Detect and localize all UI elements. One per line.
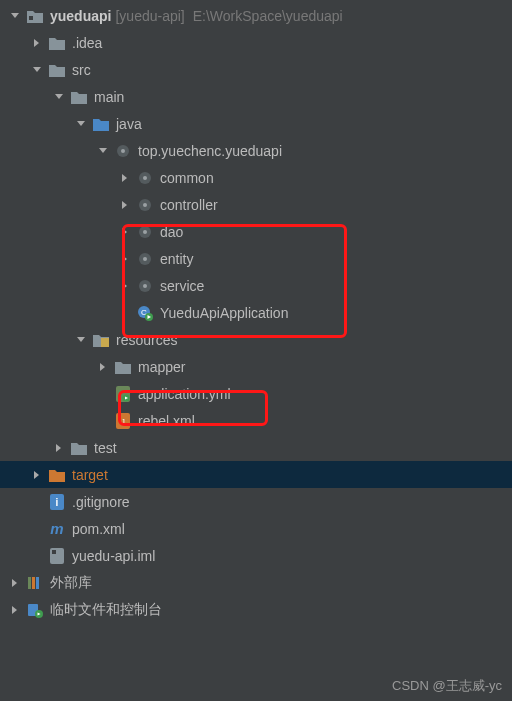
chevron-right-icon[interactable] bbox=[96, 360, 110, 374]
tree-row-service[interactable]: service bbox=[0, 272, 512, 299]
tree-row-iml[interactable]: yuedu-api.iml bbox=[0, 542, 512, 569]
tree-label: .gitignore bbox=[72, 494, 130, 510]
folder-icon bbox=[114, 358, 132, 376]
tree-label: application.yml bbox=[138, 386, 231, 402]
chevron-down-icon[interactable] bbox=[30, 63, 44, 77]
tree-row-app[interactable]: CYueduApiApplication bbox=[0, 299, 512, 326]
tree-bracket: [yuedu-api] bbox=[115, 8, 184, 24]
folder-target-icon bbox=[48, 466, 66, 484]
tree-label: resources bbox=[116, 332, 177, 348]
tree-row-target[interactable]: target bbox=[0, 461, 512, 488]
tree-row-pom[interactable]: mpom.xml bbox=[0, 515, 512, 542]
chevron-right-icon[interactable] bbox=[8, 603, 22, 617]
folder-root-icon bbox=[26, 7, 44, 25]
tree-label: java bbox=[116, 116, 142, 132]
svg-rect-24 bbox=[52, 550, 56, 554]
library-icon bbox=[26, 574, 44, 592]
tree-row-mapper[interactable]: mapper bbox=[0, 353, 512, 380]
chevron-right-icon[interactable] bbox=[118, 252, 132, 266]
tree-row-java[interactable]: java bbox=[0, 110, 512, 137]
svg-point-2 bbox=[121, 149, 125, 153]
tree-label: target bbox=[72, 467, 108, 483]
tree-row-gitignore[interactable]: i.gitignore bbox=[0, 488, 512, 515]
chevron-right-icon[interactable] bbox=[118, 225, 132, 239]
iml-icon bbox=[48, 547, 66, 565]
package-icon bbox=[136, 223, 154, 241]
svg-point-6 bbox=[143, 203, 147, 207]
tree-row-resources[interactable]: resources bbox=[0, 326, 512, 353]
svg-point-10 bbox=[143, 257, 147, 261]
tree-row-common[interactable]: common bbox=[0, 164, 512, 191]
tree-row-scratch[interactable]: 临时文件和控制台 bbox=[0, 596, 512, 623]
svg-point-8 bbox=[143, 230, 147, 234]
tree-label: yueduapi bbox=[50, 8, 111, 24]
yml-icon bbox=[114, 385, 132, 403]
svg-text:m: m bbox=[50, 521, 63, 537]
tree-row-root[interactable]: yueduapi[yuedu-api]E:\WorkSpace\yueduapi bbox=[0, 2, 512, 29]
folder-icon bbox=[48, 34, 66, 52]
tree-label: service bbox=[160, 278, 204, 294]
chevron-right-icon[interactable] bbox=[118, 279, 132, 293]
folder-resources-icon bbox=[92, 331, 110, 349]
svg-rect-27 bbox=[36, 577, 39, 589]
chevron-down-icon[interactable] bbox=[8, 9, 22, 23]
chevron-right-icon[interactable] bbox=[8, 576, 22, 590]
tree-row-idea[interactable]: .idea bbox=[0, 29, 512, 56]
watermark: CSDN @王志威-yc bbox=[392, 677, 502, 695]
scratch-icon bbox=[26, 601, 44, 619]
tree-row-appyml[interactable]: application.yml bbox=[0, 380, 512, 407]
package-icon bbox=[136, 250, 154, 268]
tree-row-controller[interactable]: controller bbox=[0, 191, 512, 218]
tree-label: dao bbox=[160, 224, 183, 240]
gitignore-icon: i bbox=[48, 493, 66, 511]
tree-row-main[interactable]: main bbox=[0, 83, 512, 110]
tree-label: YueduApiApplication bbox=[160, 305, 288, 321]
tree-label: src bbox=[72, 62, 91, 78]
tree-row-pkg[interactable]: top.yuechenc.yueduapi bbox=[0, 137, 512, 164]
chevron-right-icon[interactable] bbox=[30, 36, 44, 50]
svg-point-4 bbox=[143, 176, 147, 180]
tree-label: top.yuechenc.yueduapi bbox=[138, 143, 282, 159]
chevron-right-icon[interactable] bbox=[118, 171, 132, 185]
svg-point-12 bbox=[143, 284, 147, 288]
chevron-down-icon[interactable] bbox=[52, 90, 66, 104]
tree-label: yuedu-api.iml bbox=[72, 548, 155, 564]
folder-icon bbox=[48, 61, 66, 79]
tree-row-src[interactable]: src bbox=[0, 56, 512, 83]
folder-icon bbox=[70, 88, 88, 106]
tree-label: main bbox=[94, 89, 124, 105]
package-icon bbox=[114, 142, 132, 160]
tree-row-entity[interactable]: entity bbox=[0, 245, 512, 272]
tree-label: rebel.xml bbox=[138, 413, 195, 429]
chevron-down-icon[interactable] bbox=[74, 117, 88, 131]
folder-source-icon bbox=[92, 115, 110, 133]
project-tree[interactable]: yueduapi[yuedu-api]E:\WorkSpace\yueduapi… bbox=[0, 0, 512, 623]
svg-rect-25 bbox=[28, 577, 31, 589]
svg-text:J: J bbox=[121, 418, 125, 425]
tree-row-test[interactable]: test bbox=[0, 434, 512, 461]
class-run-icon: C bbox=[136, 304, 154, 322]
tree-label: test bbox=[94, 440, 117, 456]
tree-label: 临时文件和控制台 bbox=[50, 601, 162, 619]
xml-icon: J bbox=[114, 412, 132, 430]
chevron-right-icon[interactable] bbox=[30, 468, 44, 482]
chevron-right-icon[interactable] bbox=[52, 441, 66, 455]
chevron-down-icon[interactable] bbox=[74, 333, 88, 347]
tree-label: .idea bbox=[72, 35, 102, 51]
tree-label: entity bbox=[160, 251, 193, 267]
chevron-down-icon[interactable] bbox=[96, 144, 110, 158]
tree-label: mapper bbox=[138, 359, 185, 375]
folder-icon bbox=[70, 439, 88, 457]
package-icon bbox=[136, 277, 154, 295]
tree-row-dao[interactable]: dao bbox=[0, 218, 512, 245]
tree-label: 外部库 bbox=[50, 574, 92, 592]
package-icon bbox=[136, 196, 154, 214]
chevron-right-icon[interactable] bbox=[118, 198, 132, 212]
tree-label: pom.xml bbox=[72, 521, 125, 537]
svg-rect-26 bbox=[32, 577, 35, 589]
tree-path: E:\WorkSpace\yueduapi bbox=[193, 8, 343, 24]
tree-row-extlib[interactable]: 外部库 bbox=[0, 569, 512, 596]
package-icon bbox=[136, 169, 154, 187]
tree-row-rebel[interactable]: Jrebel.xml bbox=[0, 407, 512, 434]
tree-label: controller bbox=[160, 197, 218, 213]
